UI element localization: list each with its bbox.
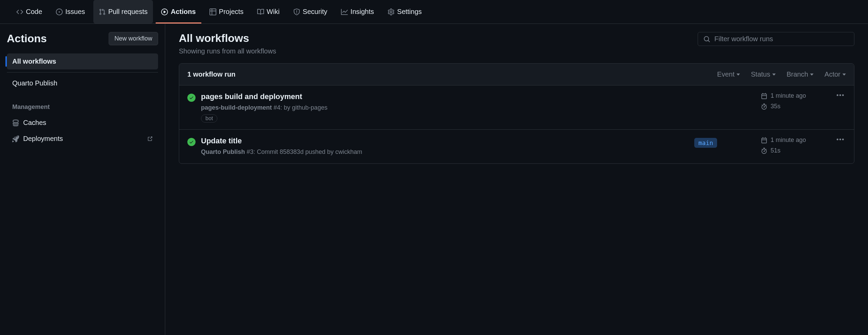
nav-settings-label: Settings bbox=[397, 8, 422, 16]
filter-status[interactable]: Status bbox=[751, 70, 776, 78]
run-subtitle: Quarto Publish #3: Commit 858383d pushed… bbox=[201, 147, 689, 157]
workflow-run-row[interactable]: Update title Quarto Publish #3: Commit 8… bbox=[179, 130, 854, 163]
main-content: All workflows Showing runs from all work… bbox=[165, 24, 868, 335]
rocket-icon bbox=[12, 135, 19, 142]
sidebar-item-label: Quarto Publish bbox=[12, 79, 57, 87]
run-branch-cell bbox=[694, 92, 756, 94]
stopwatch-icon bbox=[761, 148, 767, 154]
runs-count: 1 workflow run bbox=[187, 70, 235, 78]
filter-actor[interactable]: Actor bbox=[824, 70, 846, 78]
sidebar-title: Actions bbox=[7, 32, 47, 45]
nav-actions[interactable]: Actions bbox=[156, 0, 201, 23]
new-workflow-button[interactable]: New workflow bbox=[109, 32, 158, 45]
nav-actions-label: Actions bbox=[171, 8, 196, 16]
branch-badge[interactable]: main bbox=[694, 138, 717, 148]
kebab-menu-button[interactable] bbox=[835, 137, 846, 142]
run-title: Update title bbox=[201, 137, 689, 145]
book-icon bbox=[257, 9, 264, 15]
management-section-label: Management bbox=[7, 99, 158, 115]
shield-icon bbox=[293, 9, 300, 15]
nav-wiki[interactable]: Wiki bbox=[252, 0, 285, 23]
nav-security[interactable]: Security bbox=[288, 0, 333, 23]
sidebar-item-label: Caches bbox=[23, 119, 46, 127]
page-subtitle: Showing runs from all workflows bbox=[179, 47, 276, 55]
sidebar-item-label: All workflows bbox=[12, 58, 56, 65]
pull-request-icon bbox=[99, 9, 106, 15]
nav-code[interactable]: Code bbox=[11, 0, 48, 23]
nav-projects[interactable]: Projects bbox=[204, 0, 249, 23]
calendar-icon bbox=[761, 93, 767, 99]
workflow-runs-box: 1 workflow run Event Status Branch bbox=[179, 63, 854, 164]
nav-settings[interactable]: Settings bbox=[382, 0, 427, 23]
code-icon bbox=[16, 9, 23, 15]
repo-nav: Code Issues Pull requests Actions Projec… bbox=[0, 0, 868, 24]
filter-label: Status bbox=[751, 70, 770, 78]
nav-issues-label: Issues bbox=[65, 8, 85, 16]
run-duration: 35s bbox=[771, 103, 780, 110]
stopwatch-icon bbox=[761, 103, 767, 110]
run-time-ago: 1 minute ago bbox=[771, 92, 806, 99]
issues-icon bbox=[56, 9, 63, 15]
chevron-down-icon bbox=[772, 74, 776, 76]
nav-insights[interactable]: Insights bbox=[336, 0, 379, 23]
nav-wiki-label: Wiki bbox=[267, 8, 280, 16]
table-icon bbox=[210, 9, 216, 15]
nav-issues[interactable]: Issues bbox=[50, 0, 91, 23]
run-time-ago: 1 minute ago bbox=[771, 137, 806, 144]
nav-pull-requests-label: Pull requests bbox=[108, 8, 148, 16]
search-box[interactable] bbox=[698, 32, 854, 46]
play-icon bbox=[161, 9, 168, 15]
sidebar-item-label: Deployments bbox=[23, 135, 63, 143]
run-meta: 1 minute ago 51s bbox=[761, 137, 829, 154]
sidebar-item-deployments[interactable]: Deployments bbox=[7, 131, 158, 147]
search-input[interactable] bbox=[714, 35, 849, 43]
search-icon bbox=[703, 36, 710, 43]
external-link-icon bbox=[147, 136, 153, 142]
nav-projects-label: Projects bbox=[219, 8, 244, 16]
sidebar: Actions New workflow All workflows Quart… bbox=[0, 24, 165, 335]
chevron-down-icon bbox=[842, 74, 846, 76]
filter-label: Event bbox=[717, 70, 734, 78]
chevron-down-icon bbox=[737, 74, 740, 76]
bot-badge: bot bbox=[201, 114, 217, 123]
workflow-run-row[interactable]: pages build and deployment pages-build-d… bbox=[179, 85, 854, 130]
run-meta: 1 minute ago 35s bbox=[761, 92, 829, 110]
divider bbox=[7, 72, 158, 73]
run-branch-cell: main bbox=[694, 137, 756, 148]
filter-label: Actor bbox=[824, 70, 840, 78]
page-title: All workflows bbox=[179, 32, 276, 45]
run-subtitle: pages-build-deployment #4: by github-pag… bbox=[201, 103, 689, 112]
gear-icon bbox=[388, 9, 394, 15]
kebab-menu-button[interactable] bbox=[835, 92, 846, 98]
sidebar-item-workflow[interactable]: Quarto Publish bbox=[7, 75, 158, 91]
filter-label: Branch bbox=[787, 70, 808, 78]
sidebar-item-caches[interactable]: Caches bbox=[7, 115, 158, 131]
chevron-down-icon bbox=[810, 74, 813, 76]
nav-insights-label: Insights bbox=[351, 8, 374, 16]
run-title: pages build and deployment bbox=[201, 92, 689, 101]
nav-code-label: Code bbox=[26, 8, 42, 16]
graph-icon bbox=[341, 9, 348, 15]
run-duration: 51s bbox=[771, 147, 780, 154]
success-icon bbox=[187, 138, 196, 146]
database-icon bbox=[12, 119, 19, 126]
calendar-icon bbox=[761, 137, 767, 143]
success-icon bbox=[187, 94, 196, 102]
runs-header: 1 workflow run Event Status Branch bbox=[179, 64, 854, 85]
nav-security-label: Security bbox=[303, 8, 327, 16]
filter-branch[interactable]: Branch bbox=[787, 70, 813, 78]
sidebar-item-all-workflows[interactable]: All workflows bbox=[7, 53, 158, 69]
nav-pull-requests[interactable]: Pull requests bbox=[93, 0, 153, 23]
filter-event[interactable]: Event bbox=[717, 70, 740, 78]
